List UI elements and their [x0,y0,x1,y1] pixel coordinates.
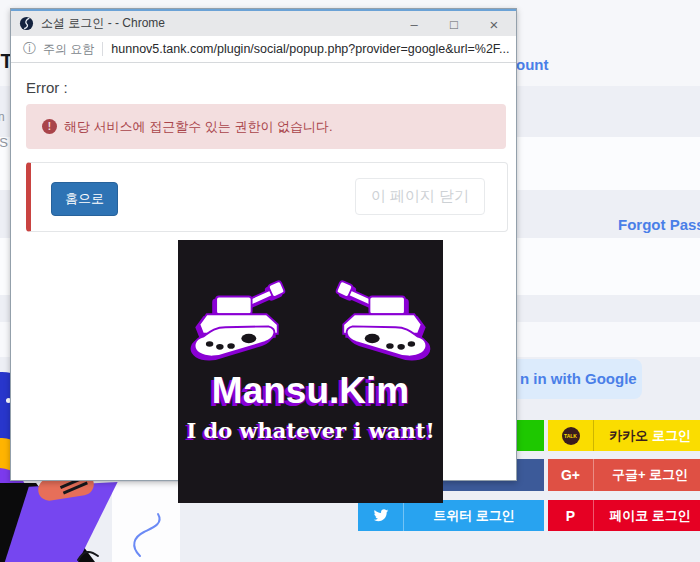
googleplus-icon: G+ [548,459,594,491]
social-button-payco[interactable]: P 페이코 로그인 [548,500,700,531]
home-button[interactable]: 홈으로 [51,182,118,216]
payco-icon: P [548,500,594,531]
illustration-black-squiggle [76,548,100,562]
minimize-button[interactable]: – [394,11,434,38]
error-alert: ! 해당 서비스에 접근할수 있는 권한이 없습니다. [26,104,506,149]
watermark-title: Mansu.Kim [178,370,443,412]
kakao-brand-label: 카카오 [609,427,648,445]
payco-label: 페이코 로그인 [609,507,691,525]
kakao-talk-icon: TALK [548,420,594,451]
globe-favicon-icon [19,16,34,31]
google-signin-label: n in with Google [520,370,637,387]
maximize-button[interactable]: □ [434,11,474,38]
alert-exclamation-icon: ! [42,119,57,134]
forgot-password-link-fragment[interactable]: Forgot Passw [618,216,700,233]
social-button-twitter[interactable]: 트위터 로그인 [358,500,544,531]
tank-icon-right [319,264,431,370]
tank-icon-left [190,264,302,370]
illustration-blue-squiggle [118,510,164,562]
bg-left-text-fragment-2: aS [0,135,8,150]
security-warning-label: 주의 요함 [43,41,94,58]
alert-message: 해당 서비스에 접근할수 있는 권한이 없습니다. [64,118,333,136]
googleplus-label: 구글+ 로그인 [612,466,688,484]
social-button-kakao[interactable]: TALK 카카오 로그인 [548,420,700,451]
error-heading: Error : [26,79,68,96]
bg-left-text-fragment-1: : In [0,110,5,124]
close-window-button[interactable]: × [474,11,514,38]
address-divider [102,42,103,56]
window-titlebar[interactable]: 소셜 로그인 - - Chrome – □ × [11,9,516,36]
action-card: 홈으로 이 페이지 닫기 [26,162,508,232]
address-bar[interactable]: ⓘ 주의 요함 hunnov5.tank.com/plugin/social/p… [11,36,516,63]
site-info-icon[interactable]: ⓘ [23,40,36,58]
create-account-link-fragment[interactable]: ount [516,56,548,73]
twitter-bird-icon [358,500,404,531]
watermark-subtitle: I do whatever i want! [178,418,443,443]
close-page-button[interactable]: 이 페이지 닫기 [355,178,485,215]
watermark-image: Mansu.Kim I do whatever i want! [178,240,443,503]
url-text[interactable]: hunnov5.tank.com/plugin/social/popup.php… [111,42,509,56]
kakao-action-label: 로그인 [652,427,691,445]
social-button-googleplus[interactable]: G+ 구글+ 로그인 [548,459,700,491]
window-title: 소셜 로그인 - - Chrome [41,15,165,32]
twitter-label: 트위터 로그인 [433,507,515,525]
